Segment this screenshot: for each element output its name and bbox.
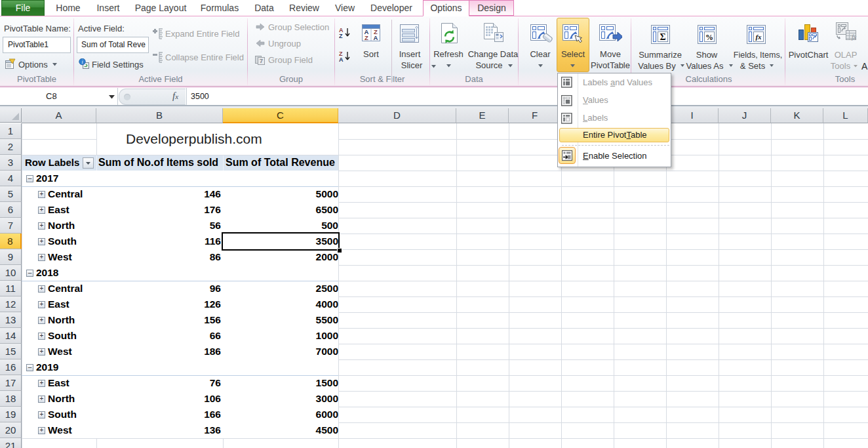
svg-text:7: 7: [260, 58, 263, 64]
svg-text:Σ: Σ: [660, 32, 665, 42]
svg-text:Z: Z: [365, 34, 368, 41]
svg-text:fx: fx: [755, 33, 762, 41]
svg-text:A: A: [339, 56, 344, 63]
svg-text:fx: fx: [852, 33, 857, 41]
svg-text:i: i: [81, 59, 83, 65]
svg-text:Z: Z: [339, 33, 343, 39]
svg-text:A: A: [374, 34, 378, 41]
svg-text:%: %: [705, 33, 713, 42]
